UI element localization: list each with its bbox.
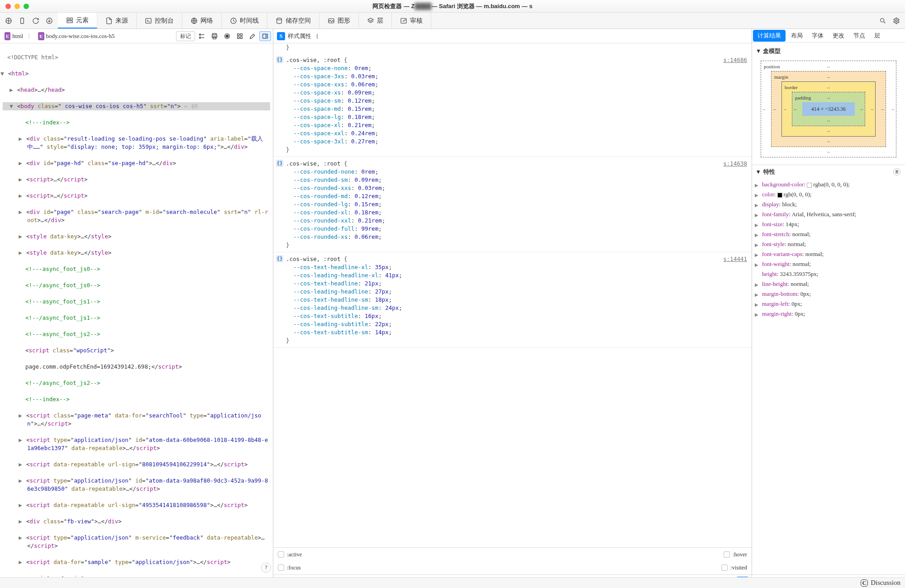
minimize-window-icon[interactable] [14, 4, 20, 9]
paint-icon[interactable] [247, 31, 258, 41]
svg-point-19 [895, 20, 897, 22]
svg-line-18 [884, 21, 886, 23]
disclosure-triangle-icon[interactable]: ▼ [756, 47, 761, 55]
properties-header: ▼ 特性 ≡ [752, 165, 905, 179]
computed-panel: 计算结果 布局 字体 更改 节点 层 ▼盒模型 position–––– mar… [752, 29, 905, 588]
help-icon[interactable]: ? [261, 563, 271, 573]
subtab-node[interactable]: 节点 [849, 30, 870, 42]
tree-outline-icon[interactable] [196, 31, 208, 41]
computed-property[interactable]: height: 3243.359375px; [752, 269, 905, 279]
window-titlebar: 网页检查器 — Z████— Safari 浏览器 — m.baidu.com … [0, 0, 905, 13]
elements-icon [66, 17, 73, 24]
computed-property[interactable]: ▶font-style: normal; [752, 239, 905, 249]
tab-layers[interactable]: 层 [359, 13, 392, 28]
css-rule[interactable]: {}s:14686.cos-wise, :root {--cos-space-n… [273, 53, 752, 157]
svg-rect-32 [240, 37, 242, 38]
svg-point-13 [277, 18, 282, 20]
tab-network[interactable]: 网络 [182, 13, 222, 28]
style-badge-icon: S [277, 32, 285, 40]
pseudo-focus[interactable]: :focus [278, 564, 301, 572]
contrast-icon[interactable] [221, 31, 233, 41]
subtab-computed[interactable]: 计算结果 [753, 30, 786, 42]
tab-timeline[interactable]: 时间线 [222, 13, 267, 28]
toggle-sidebar-icon[interactable] [259, 31, 271, 41]
computed-property[interactable]: ▶font-size: 14px; [752, 219, 905, 229]
computed-property[interactable]: ▶font-weight: normal; [752, 259, 905, 269]
svg-rect-6 [67, 18, 69, 20]
svg-point-28 [226, 35, 228, 37]
computed-property[interactable]: ▶font-stretch: normal; [752, 229, 905, 239]
reload-icon[interactable] [29, 14, 43, 28]
download-icon[interactable] [43, 14, 56, 28]
tab-sources[interactable]: 来源 [97, 13, 137, 28]
pseudo-visited[interactable]: :visited [721, 564, 747, 572]
close-window-icon[interactable] [5, 4, 11, 9]
timeline-icon [230, 17, 237, 24]
layers-icon [367, 17, 374, 24]
subtab-fonts[interactable]: 字体 [807, 30, 828, 42]
dom-tree[interactable]: <!DOCTYPE html> ▼<html> ▶<head>…</head> … [0, 43, 273, 588]
inspect-element-icon[interactable] [2, 14, 15, 28]
network-icon [191, 17, 198, 24]
dom-panel: Ehtml 〉 Ebody.cos-wise.cos-ios.cos-h5 标记… [0, 29, 273, 588]
grid-icon[interactable] [234, 31, 246, 41]
svg-rect-21 [200, 37, 201, 38]
subtab-layout[interactable]: 布局 [786, 30, 807, 42]
svg-rect-30 [240, 33, 242, 35]
computed-subtabs: 计算结果 布局 字体 更改 节点 层 [752, 29, 905, 43]
rule-source-link[interactable]: s:14638 [723, 160, 747, 168]
box-model-content: 414 × ~3243.36 [802, 102, 855, 116]
traffic-lights [0, 4, 29, 9]
css-rule[interactable]: {}s:14638.cos-wise, :root {--cos-rounded… [273, 157, 752, 252]
tab-console[interactable]: 控制台 [137, 13, 182, 28]
rule-origin-icon: {} [276, 56, 283, 63]
pseudo-active[interactable]: :active [278, 550, 302, 559]
css-rule[interactable]: {}s:14441.cos-wise, :root {--cos-text-he… [273, 252, 752, 348]
zoom-window-icon[interactable] [24, 4, 29, 9]
computed-property[interactable]: ▶margin-right: 0px; [752, 309, 905, 319]
rule-source-link[interactable]: s:14686 [723, 56, 747, 64]
bottom-bar: C Discussion [0, 577, 905, 588]
pseudo-hover[interactable]: :hover [724, 550, 747, 559]
tab-audit[interactable]: 审核 [392, 13, 431, 28]
sources-icon [105, 17, 113, 24]
svg-rect-20 [200, 34, 201, 35]
discussion-label[interactable]: Discussion [871, 579, 900, 587]
computed-property[interactable]: ▶display: block; [752, 199, 905, 209]
print-icon[interactable] [209, 31, 220, 41]
computed-property[interactable]: ▶margin-left: 0px; [752, 299, 905, 309]
computed-property[interactable]: ▶font-family: Arial, Helvetica, sans-ser… [752, 209, 905, 219]
console-icon [145, 17, 152, 24]
tab-storage[interactable]: 储存空间 [267, 13, 319, 28]
chevron-right-icon: 〉 [28, 32, 33, 40]
computed-property[interactable]: ▶margin-bottom: 0px; [752, 289, 905, 299]
search-icon[interactable] [876, 14, 890, 28]
tab-elements[interactable]: 元素 [58, 13, 97, 28]
box-model-diagram[interactable]: position–––– margin–––– border–––– paddi… [761, 61, 896, 157]
computed-property[interactable]: ▶line-height: normal; [752, 279, 905, 289]
svg-rect-29 [238, 33, 239, 35]
computed-property[interactable]: ▶background-color: rgba(0, 0, 0, 0); [752, 180, 905, 190]
svg-rect-8 [67, 21, 72, 23]
box-model-section: ▼盒模型 position–––– margin–––– border–––– … [752, 43, 905, 165]
styles-rules[interactable]: {}s:14686.cos-wise, :root {--cos-space-n… [273, 52, 752, 547]
breadcrumb: Ehtml 〉 Ebody.cos-wise.cos-ios.cos-h5 标记 [0, 29, 273, 43]
breadcrumb-html[interactable]: Ehtml [2, 31, 26, 41]
subtab-layers[interactable]: 层 [870, 30, 885, 42]
computed-property[interactable]: ▶font-variant-caps: normal; [752, 249, 905, 259]
discussion-icon: C [861, 579, 868, 587]
computed-properties[interactable]: ▶background-color: rgba(0, 0, 0, 0);▶col… [752, 179, 905, 574]
pseudo-classes-bar: :active :hover [273, 547, 752, 561]
device-icon[interactable] [15, 14, 29, 28]
svg-rect-31 [238, 37, 239, 38]
breadcrumb-body[interactable]: Ebody.cos-wise.cos-ios.cos-h5 [35, 31, 117, 41]
disclosure-triangle-icon[interactable]: ▼ [757, 168, 760, 175]
properties-menu-icon[interactable]: ≡ [893, 168, 900, 175]
gear-icon[interactable] [890, 14, 903, 28]
rule-source-link[interactable]: s:14441 [723, 255, 747, 263]
subtab-changes[interactable]: 更改 [828, 30, 849, 42]
tab-graphics[interactable]: 图形 [319, 13, 359, 28]
computed-property[interactable]: ▶color: rgb(0, 0, 0); [752, 190, 905, 199]
markup-button[interactable]: 标记 [176, 31, 195, 41]
graphics-icon [328, 17, 335, 24]
